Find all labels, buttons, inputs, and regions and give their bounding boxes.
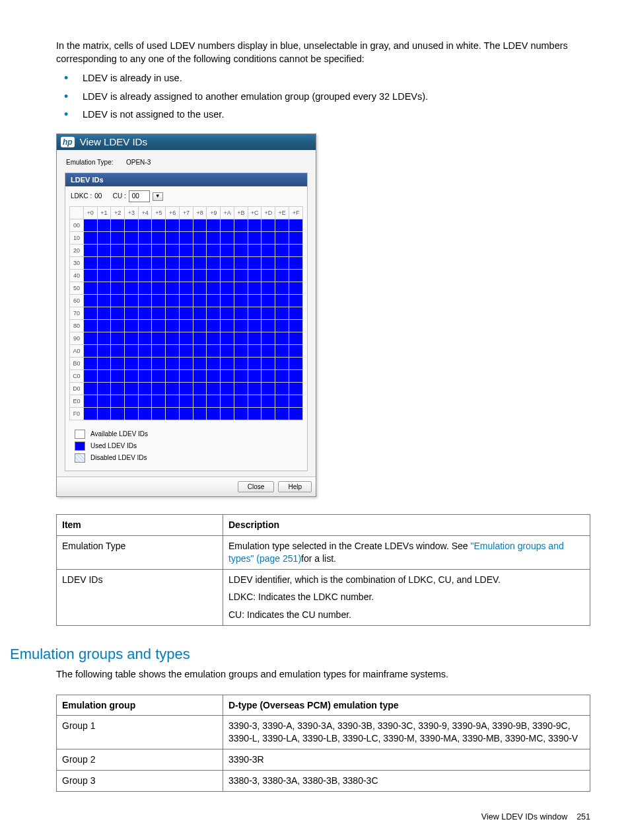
ldev-cell[interactable]	[193, 357, 207, 369]
ldev-cell[interactable]	[275, 407, 289, 420]
ldev-cell[interactable]	[234, 382, 248, 395]
ldev-cell[interactable]	[111, 395, 125, 407]
ldev-cell[interactable]	[262, 319, 275, 332]
ldev-cell[interactable]	[83, 395, 97, 407]
ldev-cell[interactable]	[152, 282, 166, 294]
ldev-cell[interactable]	[221, 395, 234, 407]
ldev-cell[interactable]	[262, 256, 275, 269]
ldev-cell[interactable]	[124, 319, 138, 332]
ldev-cell[interactable]	[179, 256, 193, 269]
ldev-cell[interactable]	[262, 219, 275, 231]
ldev-cell[interactable]	[97, 294, 111, 307]
ldev-cell[interactable]	[124, 256, 138, 269]
ldev-cell[interactable]	[289, 294, 303, 307]
ldev-cell[interactable]	[248, 407, 262, 420]
ldev-cell[interactable]	[83, 382, 97, 395]
ldev-cell[interactable]	[97, 382, 111, 395]
ldev-cell[interactable]	[111, 369, 125, 382]
ldev-cell[interactable]	[262, 407, 275, 420]
ldev-cell[interactable]	[221, 369, 234, 382]
ldev-cell[interactable]	[289, 219, 303, 231]
ldev-cell[interactable]	[289, 282, 303, 294]
ldev-cell[interactable]	[207, 395, 221, 407]
ldev-cell[interactable]	[111, 282, 125, 294]
ldev-cell[interactable]	[234, 369, 248, 382]
ldev-cell[interactable]	[124, 219, 138, 231]
ldev-cell[interactable]	[207, 294, 221, 307]
ldev-cell[interactable]	[111, 344, 125, 357]
ldev-cell[interactable]	[124, 344, 138, 357]
ldev-cell[interactable]	[97, 344, 111, 357]
ldev-cell[interactable]	[262, 231, 275, 244]
ldev-cell[interactable]	[152, 344, 166, 357]
ldev-cell[interactable]	[275, 256, 289, 269]
ldev-cell[interactable]	[248, 307, 262, 319]
ldev-cell[interactable]	[207, 307, 221, 319]
ldev-cell[interactable]	[275, 395, 289, 407]
ldev-cell[interactable]	[111, 382, 125, 395]
ldev-cell[interactable]	[207, 357, 221, 369]
ldev-cell[interactable]	[97, 395, 111, 407]
ldev-cell[interactable]	[179, 269, 193, 282]
ldev-cell[interactable]	[262, 244, 275, 256]
ldev-cell[interactable]	[275, 307, 289, 319]
ldev-cell[interactable]	[111, 307, 125, 319]
ldev-cell[interactable]	[262, 395, 275, 407]
ldev-cell[interactable]	[262, 269, 275, 282]
ldev-cell[interactable]	[97, 357, 111, 369]
ldev-cell[interactable]	[152, 244, 166, 256]
ldev-cell[interactable]	[221, 344, 234, 357]
ldev-cell[interactable]	[97, 407, 111, 420]
ldev-cell[interactable]	[207, 332, 221, 344]
ldev-cell[interactable]	[234, 244, 248, 256]
ldev-cell[interactable]	[289, 407, 303, 420]
ldev-cell[interactable]	[275, 319, 289, 332]
ldev-cell[interactable]	[111, 219, 125, 231]
ldev-cell[interactable]	[179, 357, 193, 369]
ldev-cell[interactable]	[166, 344, 180, 357]
ldev-cell[interactable]	[207, 282, 221, 294]
cu-select[interactable]: 00	[129, 190, 150, 202]
ldev-cell[interactable]	[138, 332, 152, 344]
ldev-cell[interactable]	[152, 219, 166, 231]
ldev-cell[interactable]	[97, 369, 111, 382]
ldev-cell[interactable]	[289, 269, 303, 282]
ldev-cell[interactable]	[275, 357, 289, 369]
ldev-cell[interactable]	[138, 357, 152, 369]
ldev-cell[interactable]	[248, 319, 262, 332]
ldev-cell[interactable]	[124, 407, 138, 420]
ldev-cell[interactable]	[221, 219, 234, 231]
ldev-cell[interactable]	[234, 357, 248, 369]
ldev-cell[interactable]	[166, 219, 180, 231]
ldev-cell[interactable]	[83, 307, 97, 319]
ldev-cell[interactable]	[152, 407, 166, 420]
ldev-cell[interactable]	[138, 307, 152, 319]
ldev-cell[interactable]	[83, 294, 97, 307]
ldev-cell[interactable]	[83, 244, 97, 256]
ldev-cell[interactable]	[83, 344, 97, 357]
ldev-cell[interactable]	[234, 407, 248, 420]
ldev-cell[interactable]	[124, 357, 138, 369]
ldev-cell[interactable]	[248, 332, 262, 344]
ldev-cell[interactable]	[248, 294, 262, 307]
ldev-cell[interactable]	[275, 344, 289, 357]
ldev-cell[interactable]	[221, 256, 234, 269]
ldev-cell[interactable]	[166, 294, 180, 307]
ldev-cell[interactable]	[289, 357, 303, 369]
ldev-cell[interactable]	[152, 357, 166, 369]
ldev-cell[interactable]	[275, 269, 289, 282]
ldev-cell[interactable]	[111, 319, 125, 332]
ldev-cell[interactable]	[97, 256, 111, 269]
ldev-cell[interactable]	[166, 332, 180, 344]
ldev-cell[interactable]	[262, 357, 275, 369]
ldev-cell[interactable]	[248, 219, 262, 231]
ldev-cell[interactable]	[166, 244, 180, 256]
ldev-cell[interactable]	[166, 282, 180, 294]
ldev-cell[interactable]	[179, 307, 193, 319]
ldev-cell[interactable]	[248, 269, 262, 282]
ldev-cell[interactable]	[179, 369, 193, 382]
ldev-cell[interactable]	[124, 244, 138, 256]
ldev-cell[interactable]	[248, 395, 262, 407]
ldev-cell[interactable]	[193, 219, 207, 231]
ldev-cell[interactable]	[234, 307, 248, 319]
